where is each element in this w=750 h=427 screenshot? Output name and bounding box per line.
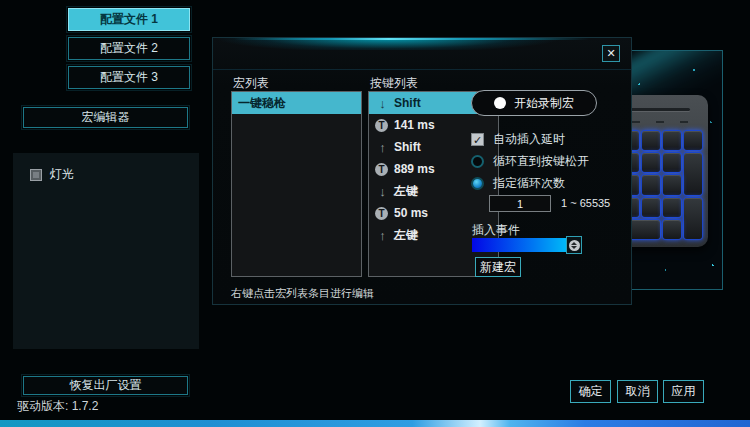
key-event-label: Shift	[394, 96, 421, 110]
lighting-checkbox[interactable]	[30, 169, 42, 181]
profile-button[interactable]: 配置文件 1	[68, 8, 190, 31]
numpad-dash	[656, 121, 664, 123]
titlebar-separator	[213, 69, 631, 70]
profile-button[interactable]: 配置文件 3	[68, 66, 190, 89]
down-arrow-icon: ↓	[375, 96, 390, 111]
macro-editor-label: 宏编辑器	[82, 109, 130, 126]
loop-until-release-row: 循环直到按键松开	[471, 153, 589, 170]
key-event-label: 左键	[394, 227, 418, 244]
profile-button[interactable]: 配置文件 2	[68, 37, 190, 60]
auto-delay-row: ✓ 自动插入延时	[471, 131, 565, 148]
macro-editor-button[interactable]: 宏编辑器	[23, 107, 188, 128]
profile-button-label: 配置文件 3	[100, 69, 158, 86]
loop-count-row: 指定循环次数	[471, 175, 565, 192]
down-arrow-icon: ↓	[375, 184, 390, 199]
record-icon	[494, 97, 506, 109]
key-list-title: 按键列表	[370, 75, 418, 92]
timer-icon: T	[375, 119, 388, 132]
lighting-label: 灯光	[50, 166, 74, 183]
timer-icon: T	[375, 163, 388, 176]
lighting-panel: 灯光	[13, 153, 199, 349]
key-event-label: 141 ms	[394, 118, 435, 132]
start-record-label: 开始录制宏	[514, 95, 574, 112]
apply-button[interactable]: 应用	[663, 380, 704, 403]
loop-until-release-label: 循环直到按键松开	[493, 153, 589, 170]
close-button[interactable]: ✕	[602, 45, 620, 62]
key-event-label: Shift	[394, 140, 421, 154]
numpad-keys	[627, 131, 702, 239]
insert-event-label: 插入事件	[472, 222, 520, 239]
spinner-arrows-icon	[569, 240, 580, 251]
lighting-row: 灯光	[30, 166, 74, 183]
loop-count-range: 1 ~ 65535	[561, 197, 610, 209]
macro-name: 一键稳枪	[238, 95, 286, 112]
insert-event-select[interactable]	[472, 238, 582, 252]
key-event-label: 左键	[394, 183, 418, 200]
auto-delay-checkbox[interactable]: ✓	[471, 133, 484, 146]
ok-button[interactable]: 确定	[570, 380, 611, 403]
key-event-item[interactable]: T 50 ms	[369, 202, 498, 224]
key-event-label: 889 ms	[394, 162, 435, 176]
driver-version-text: 驱动版本: 1.7.2	[17, 398, 98, 415]
macro-list-item[interactable]: 一键稳枪	[232, 92, 361, 114]
cancel-button[interactable]: 取消	[617, 380, 658, 403]
loop-count-input[interactable]	[489, 195, 551, 212]
close-icon: ✕	[606, 47, 615, 60]
loop-until-release-radio[interactable]	[471, 155, 484, 168]
up-arrow-icon: ↑	[375, 140, 390, 155]
restore-factory-button[interactable]: 恢复出厂设置	[23, 376, 188, 395]
numpad-image	[627, 95, 708, 247]
restore-factory-label: 恢复出厂设置	[70, 377, 142, 394]
insert-event-spinner[interactable]	[566, 236, 582, 254]
bottom-accent-bar	[0, 420, 750, 427]
timer-icon: T	[375, 207, 388, 220]
numpad-dash	[632, 121, 640, 123]
macro-list-title: 宏列表	[233, 75, 269, 92]
profile-button-label: 配置文件 1	[100, 11, 158, 28]
start-record-macro-button[interactable]: 开始录制宏	[471, 90, 597, 116]
macro-list[interactable]: 一键稳枪	[231, 91, 362, 277]
macro-editor-dialog: ✕ 宏列表 一键稳枪 按键列表 ↓ Shift T 141 ms ↑ Shift	[212, 37, 632, 305]
profile-button-label: 配置文件 2	[100, 40, 158, 57]
edit-hint-text: 右键点击宏列表条目进行编辑	[231, 286, 374, 301]
loop-count-radio[interactable]	[471, 177, 484, 190]
numpad-dash	[680, 121, 688, 123]
keypad-preview-panel	[627, 50, 723, 290]
loop-count-label: 指定循环次数	[493, 175, 565, 192]
up-arrow-icon: ↑	[375, 228, 390, 243]
key-event-label: 50 ms	[394, 206, 428, 220]
new-macro-button[interactable]: 新建宏	[475, 257, 521, 277]
numpad-grille	[627, 108, 690, 111]
auto-delay-label: 自动插入延时	[493, 131, 565, 148]
